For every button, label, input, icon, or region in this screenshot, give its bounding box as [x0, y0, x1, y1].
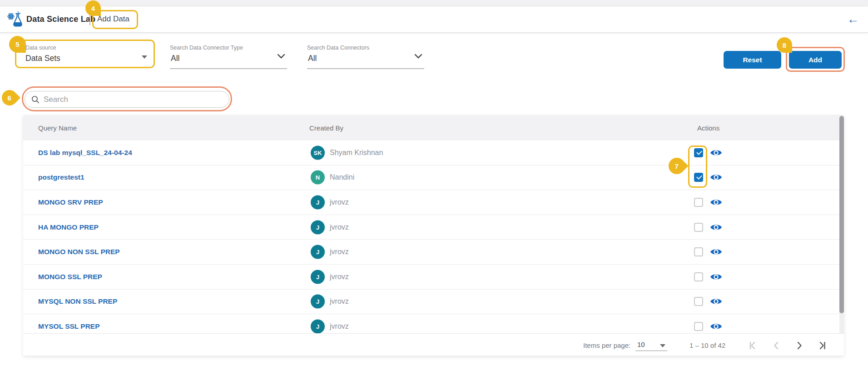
app-header: Data Science Lab Add Data ←	[0, 6, 868, 33]
table-scrollbar-thumb[interactable]	[839, 116, 844, 313]
avatar: N	[311, 170, 325, 185]
chevron-down-icon[interactable]	[414, 54, 422, 59]
eye-icon[interactable]	[710, 223, 722, 231]
row-checkbox[interactable]	[694, 297, 703, 306]
column-header-created-by: Created By	[309, 124, 343, 132]
column-header-actions: Actions	[697, 124, 719, 132]
items-per-page-label: Items per page:	[583, 341, 630, 349]
avatar: J	[311, 195, 325, 209]
eye-icon[interactable]	[710, 198, 722, 206]
search-box[interactable]	[25, 91, 229, 108]
avatar: J	[311, 319, 325, 333]
search-icon	[31, 95, 40, 104]
eye-icon[interactable]	[710, 173, 722, 181]
row-checkbox[interactable]	[694, 247, 703, 256]
table-body: DS lab mysql_SSL_24-04-24 SK Shyam Krish…	[23, 140, 844, 339]
table-header-row: Query Name Created By Actions	[23, 115, 844, 140]
creator-name: Nandini	[330, 173, 354, 181]
items-per-page-select[interactable]: 10	[635, 340, 667, 351]
annotation-badge-5: 5	[9, 36, 26, 53]
data-source-value[interactable]: Data Sets	[25, 54, 60, 63]
creator-name: jvrovz	[330, 322, 349, 331]
next-page-icon[interactable]	[794, 340, 805, 351]
row-checkbox[interactable]	[694, 148, 703, 157]
row-checkbox[interactable]	[694, 223, 703, 232]
table-row: DS lab mysql_SSL_24-04-24 SK Shyam Krish…	[23, 140, 844, 165]
arrow-left-icon[interactable]: ←	[844, 10, 862, 28]
caret-down-icon[interactable]	[142, 55, 147, 59]
datasets-table: Query Name Created By Actions DS lab mys…	[23, 115, 844, 356]
window-top-strip	[0, 0, 868, 6]
row-checkbox[interactable]	[694, 198, 703, 207]
eye-icon[interactable]	[710, 248, 722, 256]
items-per-page-value[interactable]: 10	[637, 341, 645, 348]
connector-type-label: Search Data Connector Type	[170, 45, 243, 51]
data-source-label: Data source	[25, 45, 56, 51]
prev-page-icon[interactable]	[770, 340, 782, 351]
query-name-link[interactable]: MONGO NON SSL PREP	[38, 248, 120, 256]
data-science-lab-screen: Data Science Lab Add Data ← 4 5 Data sou…	[0, 0, 868, 371]
table-scrollbar-track[interactable]	[839, 115, 844, 352]
first-page-icon[interactable]	[746, 340, 758, 351]
query-name-link[interactable]: postgrestest1	[38, 173, 84, 181]
avatar: J	[311, 295, 325, 309]
query-name-link[interactable]: DS lab mysql_SSL_24-04-24	[38, 149, 132, 157]
annotation-badge-4: 4	[85, 0, 101, 16]
connector-type-underline	[170, 68, 287, 69]
eye-icon[interactable]	[710, 149, 722, 157]
table-row: HA MONGO PREP J jvrovz	[23, 215, 844, 240]
creator-name: jvrovz	[330, 273, 349, 281]
row-checkbox[interactable]	[694, 272, 703, 281]
query-name-link[interactable]: MYSOL SSL PREP	[38, 322, 100, 331]
connector-type-value[interactable]: All	[171, 54, 179, 63]
avatar: J	[311, 245, 325, 259]
creator-name: Shyam Krishnan	[330, 149, 383, 157]
table-row: MONGO NON SSL PREP J jvrovz	[23, 240, 844, 265]
row-checkbox[interactable]	[694, 173, 703, 182]
query-name-link[interactable]: MONGO SSL PREP	[38, 273, 102, 281]
eye-icon[interactable]	[710, 273, 722, 281]
search-input[interactable]	[44, 95, 216, 104]
table-row: MYSQL NON SSL PREP J jvrovz	[23, 290, 844, 315]
query-name-link[interactable]: HA MONGO PREP	[38, 223, 99, 231]
creator-name: jvrovz	[330, 198, 349, 206]
reset-button[interactable]: Reset	[724, 51, 781, 69]
paginator: Items per page: 10 1 – 10 of 42	[23, 333, 844, 356]
nav-add-data[interactable]: Add Data	[97, 15, 129, 24]
eye-icon[interactable]	[710, 322, 722, 331]
add-button[interactable]: Add	[789, 51, 842, 69]
last-page-icon[interactable]	[817, 340, 828, 351]
table-row: MONGO SRV PREP J jvrovz	[23, 190, 844, 215]
avatar: SK	[311, 145, 325, 160]
flask-atom-icon	[6, 10, 24, 29]
caret-down-icon[interactable]	[660, 344, 665, 347]
creator-name: jvrovz	[330, 297, 349, 306]
annotation-badge-6: 6	[0, 87, 20, 109]
query-name-link[interactable]: MYSQL NON SSL PREP	[38, 297, 117, 306]
annotation-badge-8: 8	[777, 37, 792, 53]
pagination-range: 1 – 10 of 42	[689, 341, 725, 349]
connectors-value[interactable]: All	[308, 54, 317, 63]
creator-name: jvrovz	[330, 223, 349, 231]
creator-name: jvrovz	[330, 248, 349, 256]
eye-icon[interactable]	[710, 297, 722, 306]
app-title: Data Science Lab	[26, 15, 95, 24]
table-row: postgrestest1 N Nandini	[23, 165, 844, 191]
row-checkbox[interactable]	[694, 322, 703, 331]
query-name-link[interactable]: MONGO SRV PREP	[38, 198, 103, 206]
chevron-down-icon[interactable]	[277, 54, 285, 59]
avatar: J	[311, 270, 325, 284]
column-header-query-name: Query Name	[38, 124, 77, 132]
table-row: MONGO SSL PREP J jvrovz	[23, 265, 844, 290]
connectors-underline	[307, 68, 424, 69]
avatar: J	[311, 220, 325, 234]
connectors-label: Search Data Connectors	[307, 45, 369, 51]
